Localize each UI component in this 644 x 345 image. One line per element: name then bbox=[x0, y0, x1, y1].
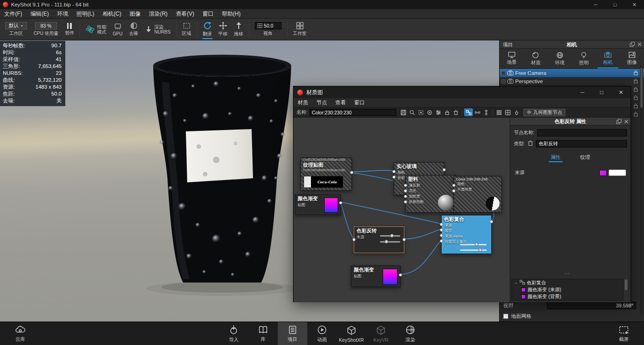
input-port[interactable] bbox=[392, 170, 396, 173]
dolly-button[interactable]: 推移 bbox=[231, 19, 247, 40]
input-port[interactable] bbox=[404, 189, 407, 192]
node-color-gradient-2[interactable]: 颜色渐变 贴图 bbox=[351, 266, 401, 287]
source-color-swatch[interactable] bbox=[609, 170, 626, 176]
node-color-gradient-1[interactable]: 颜色渐变 贴图 bbox=[295, 194, 341, 215]
graph-menu-window[interactable]: 窗口 bbox=[350, 99, 369, 106]
menu-window[interactable]: 窗口 bbox=[198, 9, 218, 19]
output-port[interactable] bbox=[443, 168, 446, 171]
plug-icon[interactable] bbox=[512, 108, 521, 116]
graph-close-button[interactable]: ✕ bbox=[611, 86, 631, 98]
library-button[interactable]: 库 bbox=[248, 322, 278, 345]
maximize-button[interactable]: □ bbox=[605, 0, 625, 9]
close-button[interactable]: ✕ bbox=[625, 0, 644, 9]
lock-icon[interactable] bbox=[633, 95, 638, 101]
close-panel-icon[interactable] bbox=[637, 42, 642, 48]
tree-item-gradient-background[interactable]: 颜色渐变 (背景) bbox=[512, 293, 623, 300]
tree-item-composite[interactable]: − 色彩复合 bbox=[512, 279, 623, 286]
input-port[interactable] bbox=[404, 200, 407, 204]
node-color-230[interactable]: Color:230:230:230 颜色 不透明度 bbox=[454, 176, 502, 213]
project-button[interactable]: 项目 bbox=[278, 322, 307, 345]
graph-menu-node[interactable]: 节点 bbox=[312, 99, 331, 106]
fov-control[interactable]: 50.0 视角 bbox=[252, 19, 285, 40]
tab-image[interactable]: 图像 bbox=[620, 49, 644, 68]
lock-icon[interactable] bbox=[633, 112, 638, 118]
graph-minimize-button[interactable]: ─ bbox=[573, 86, 592, 98]
nodes-vertical-icon[interactable] bbox=[482, 108, 490, 116]
zoom-fit-icon[interactable] bbox=[416, 108, 425, 116]
graph-menu-view[interactable]: 查看 bbox=[331, 99, 350, 106]
undock-icon[interactable] bbox=[630, 42, 635, 48]
render-button[interactable]: 渲染 bbox=[396, 322, 425, 345]
tab-material[interactable]: 材质 bbox=[523, 49, 547, 68]
tree-item-gradient-source[interactable]: 颜色渐变 (来源) bbox=[512, 286, 623, 293]
undock-icon[interactable] bbox=[616, 119, 621, 125]
node-color-composite[interactable]: 色彩复合 来源 背景 来源 Alpha 在背景上复合 bbox=[441, 215, 492, 254]
lock-icon[interactable] bbox=[633, 70, 638, 76]
menu-lighting[interactable]: 照明(L) bbox=[72, 9, 98, 19]
levels-icon[interactable] bbox=[434, 108, 443, 116]
menu-file[interactable]: 文件(F) bbox=[0, 9, 26, 19]
input-port[interactable] bbox=[404, 195, 407, 198]
menu-camera[interactable]: 相机(C) bbox=[98, 9, 126, 19]
tab-lighting[interactable]: 照明 bbox=[572, 49, 596, 68]
save-icon[interactable] bbox=[399, 108, 408, 116]
lock-icon[interactable] bbox=[633, 87, 638, 93]
import-button[interactable]: 导入 bbox=[219, 322, 248, 345]
node-graph-icon[interactable] bbox=[464, 108, 473, 116]
tab-environment[interactable]: 环境 bbox=[548, 49, 572, 68]
menu-render[interactable]: 渲染(R) bbox=[145, 9, 172, 19]
grid-large-icon[interactable] bbox=[503, 108, 512, 116]
cpu-usage-selector[interactable]: 83 % CPU 使用量 bbox=[30, 19, 62, 40]
menu-view[interactable]: 查看(V) bbox=[172, 9, 198, 19]
workspace-selector[interactable]: 默认▼ 工作区 bbox=[2, 19, 30, 40]
tab-scene[interactable]: 场景 bbox=[500, 49, 523, 68]
source-gradient-swatch[interactable] bbox=[599, 170, 607, 176]
gpu-button[interactable]: GPU bbox=[109, 19, 126, 40]
material-graph-window[interactable]: 材质图 ─ □ ✕ 材质 节点 查看 窗口 名称: Color:230:230:… bbox=[293, 86, 631, 302]
lock-icon[interactable] bbox=[633, 103, 638, 109]
render-nurbs-button[interactable]: 渲染NURBS bbox=[142, 19, 174, 40]
menu-edit[interactable]: 编辑(E) bbox=[26, 9, 53, 19]
menu-help[interactable]: 帮助(H) bbox=[218, 9, 245, 19]
output-port[interactable] bbox=[402, 238, 406, 241]
tab-camera[interactable]: 相机 bbox=[596, 49, 620, 68]
target-icon[interactable] bbox=[425, 108, 434, 116]
search-icon[interactable] bbox=[408, 108, 416, 116]
panel-resize-handle[interactable]: ⋯ bbox=[510, 271, 624, 277]
material-name-field[interactable]: Color:230:230:230 bbox=[310, 109, 396, 116]
output-port[interactable] bbox=[399, 273, 402, 277]
input-port[interactable] bbox=[440, 234, 443, 237]
graph-maximize-button[interactable]: □ bbox=[592, 86, 611, 98]
tree-scrollbar[interactable] bbox=[624, 279, 628, 300]
keyvr-button[interactable]: KeyVR bbox=[366, 322, 396, 345]
lock-icon[interactable] bbox=[633, 79, 638, 85]
fov-value-field[interactable]: 39.598° bbox=[547, 302, 636, 309]
input-port[interactable] bbox=[352, 238, 356, 241]
minimize-button[interactable]: ─ bbox=[586, 0, 605, 9]
node-name-input[interactable] bbox=[537, 129, 627, 136]
input-port[interactable] bbox=[452, 189, 455, 192]
nodes-horizontal-icon[interactable] bbox=[473, 108, 482, 116]
grid-small-icon[interactable] bbox=[494, 108, 503, 116]
node-type-field[interactable]: 色彩反转 bbox=[536, 140, 627, 147]
node-texture-map[interactable]: 7ce801863a6846c6986aecc08b 纹理贴图 7ce80186… bbox=[300, 158, 352, 191]
output-port[interactable] bbox=[339, 201, 342, 204]
close-icon[interactable] bbox=[624, 119, 629, 125]
node-color-invert[interactable]: 色彩反转 来源 bbox=[354, 226, 404, 253]
tab-properties[interactable]: 属性 bbox=[549, 153, 563, 162]
menu-environment[interactable]: 环境 bbox=[53, 9, 72, 19]
input-port[interactable] bbox=[404, 184, 407, 187]
camera-row-perspective[interactable]: Perspective bbox=[500, 77, 644, 85]
node-canvas[interactable]: 7ce801863a6846c6986aecc08b 纹理贴图 7ce80186… bbox=[293, 118, 510, 302]
output-port[interactable] bbox=[350, 171, 353, 174]
animation-button[interactable]: 动画 bbox=[307, 322, 337, 345]
screenshot-button[interactable]: 截屏 bbox=[609, 322, 638, 345]
project-scrollbar[interactable] bbox=[640, 66, 643, 314]
input-port[interactable] bbox=[440, 228, 443, 232]
output-port[interactable] bbox=[490, 220, 493, 223]
tab-texture[interactable]: 纹理 bbox=[578, 153, 592, 162]
studio-button[interactable]: 工作室 bbox=[290, 19, 310, 40]
input-port[interactable] bbox=[440, 223, 443, 226]
pause-button[interactable]: 暂停 bbox=[62, 19, 77, 40]
tumble-button[interactable]: 翻滚 bbox=[200, 19, 215, 40]
